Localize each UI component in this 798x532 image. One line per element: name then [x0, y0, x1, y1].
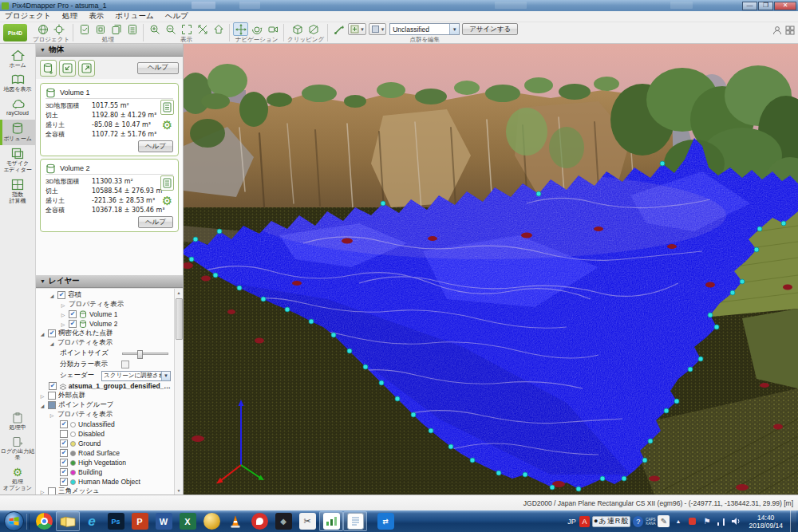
gcp-target-icon[interactable] [52, 22, 67, 36]
doc-box-icon[interactable] [93, 22, 108, 36]
checkbox[interactable] [48, 392, 56, 400]
checkbox[interactable]: ✔ [57, 291, 65, 299]
layer-row-triangle-mesh[interactable]: ▷三角メッシュ [36, 487, 173, 495]
checkbox[interactable]: ✔ [60, 478, 68, 486]
minimize-button[interactable]: — [742, 2, 757, 10]
checkbox[interactable]: ✔ [60, 468, 68, 476]
layer-row-class-unclassified[interactable]: ✔Unclassified [36, 420, 173, 429]
maximize-button[interactable]: ❐ [758, 2, 773, 10]
menu-help[interactable]: ヘルプ [165, 11, 188, 22]
taskbar-r-analytics[interactable] [319, 511, 343, 531]
taskbar-snipping-tool[interactable]: ✂ [295, 511, 319, 531]
checkbox[interactable] [48, 487, 56, 495]
layer-row-class-road[interactable]: ✔Road Surface [36, 448, 173, 458]
globe-icon[interactable] [36, 22, 51, 36]
taskbar-clock[interactable]: 14:40 2018/09/14 [744, 514, 788, 530]
taskbar-word[interactable]: W [152, 511, 176, 531]
expander-icon[interactable]: ◢ [49, 341, 55, 346]
layer-row-class-human-made[interactable]: ✔Human Made Object [36, 477, 173, 487]
scrollbar-thumb[interactable] [176, 298, 183, 340]
sidebar-item-processing-status[interactable]: 処理中 [0, 410, 35, 434]
close-button[interactable]: ✕ [774, 2, 796, 10]
layer-row-class-vegetation[interactable]: ✔High Vegetation [36, 458, 173, 467]
sidebar-item-index-calculator[interactable]: 指数 計算機 [0, 176, 35, 207]
layer-row-point-cloud-file[interactable]: ✔atsuma_1_group1_densified_point… [36, 381, 173, 391]
layer-row-class-ground[interactable]: ✔Ground [36, 439, 173, 448]
checkbox[interactable] [48, 401, 56, 409]
volume-card-1[interactable]: Volume 1 3D地形面積1017.55 m² 切土1192.80 ± 41… [40, 83, 179, 156]
layers-panel-header[interactable]: ▼ レイヤー [36, 275, 183, 288]
layer-row-volume2[interactable]: ▷✔Volume 2 [36, 319, 173, 329]
fit-view-icon[interactable] [179, 22, 194, 36]
taskbar-app-gold[interactable] [200, 511, 223, 531]
sidebar-item-raycloud[interactable]: rayCloud [0, 96, 35, 120]
layer-row-show-properties[interactable]: ◢プロパティを表示 [36, 338, 173, 348]
checkbox[interactable]: ✔ [60, 459, 68, 467]
checkbox[interactable]: ✔ [69, 310, 77, 318]
layer-row-volume1[interactable]: ▷✔Volume 1 [36, 309, 173, 319]
objects-panel-header[interactable]: ▼ 物体 [36, 44, 183, 57]
zoom-in-icon[interactable] [147, 22, 162, 36]
layer-row-class-color[interactable]: 分類カラー表示 [36, 359, 173, 370]
doc-check-icon[interactable] [77, 22, 92, 36]
ime-language[interactable]: JP [567, 516, 577, 527]
point-size-slider[interactable] [122, 353, 168, 355]
hidden-icons-arrow[interactable]: ▲ [672, 515, 684, 527]
sidebar-item-home[interactable]: ホーム [0, 47, 35, 72]
checkbox[interactable] [60, 430, 68, 438]
scroll-up-icon[interactable]: ▲ [177, 289, 181, 297]
taskbar-excel[interactable]: X [176, 511, 200, 531]
doc-copy-icon[interactable] [109, 22, 124, 36]
assign-button[interactable]: アサインする [462, 23, 518, 35]
zoom-out-icon[interactable] [163, 22, 178, 36]
layer-row-show-properties[interactable]: ▷プロパティを表示 [36, 300, 173, 309]
add-selection-button[interactable]: ▾ [348, 23, 366, 35]
checkbox[interactable]: ✔ [69, 320, 77, 328]
layer-row-point-size[interactable]: ポイントサイズ [36, 348, 173, 359]
taskbar-vlc[interactable] [223, 511, 247, 531]
home-view-icon[interactable] [211, 22, 226, 36]
show-desktop-button[interactable] [790, 510, 796, 532]
reset-view-icon[interactable] [195, 22, 210, 36]
expander-icon[interactable]: ◢ [49, 293, 55, 298]
volume-speaker-icon[interactable] [729, 515, 741, 527]
layer-row-class-disabled[interactable]: Disabled [36, 429, 173, 439]
taskbar-app-black[interactable]: ◆ [271, 511, 295, 531]
brush-icon[interactable] [331, 22, 346, 36]
copy-table-button[interactable] [160, 175, 174, 191]
layer-row-volumes[interactable]: ◢✔容積 [36, 290, 173, 300]
tray-app-red-icon[interactable] [686, 515, 698, 527]
import-volumes-button[interactable] [59, 60, 76, 77]
taskbar-teamviewer[interactable]: ⇄ [373, 511, 397, 531]
checkbox[interactable]: ✔ [60, 439, 68, 447]
start-button[interactable] [4, 511, 24, 531]
checkbox[interactable]: ✔ [60, 449, 68, 457]
slider-thumb[interactable] [137, 350, 143, 359]
classification-combo[interactable]: Unclassified ▼ [389, 23, 460, 35]
pan-tool-icon[interactable] [233, 22, 248, 36]
sidebar-item-log-output[interactable]: ログの出力結果 [0, 434, 35, 464]
sidebar-item-volumes[interactable]: ボリューム [0, 120, 35, 145]
new-volume-button[interactable] [40, 60, 57, 77]
ime-toolbar[interactable]: ●あ連R般 [592, 516, 630, 527]
layer-row-show-properties[interactable]: ▷プロパティを表示 [36, 410, 173, 420]
layer-row-class-building[interactable]: ✔Building [36, 467, 173, 477]
copy-table-button[interactable] [160, 100, 174, 115]
volume-card-2[interactable]: Volume 2 3D地形面積11300.33 m² 切土10588.54 ± … [40, 159, 179, 232]
ime-help-icon[interactable]: ? [633, 516, 643, 527]
menu-volume[interactable]: ボリューム [115, 11, 153, 22]
objects-help-button[interactable]: ヘルプ [137, 62, 179, 74]
orbit-tool-icon[interactable] [249, 22, 264, 36]
taskbar-powerpoint[interactable]: P [128, 511, 152, 531]
viewport-3d[interactable] [184, 44, 798, 495]
clip-box-icon[interactable] [290, 22, 306, 36]
checkbox[interactable]: ✔ [49, 382, 57, 390]
sidebar-item-processing-options[interactable]: ⚙ 処理 オプション [0, 464, 35, 495]
layer-row-point-groups[interactable]: ◢ポイントグループ [36, 400, 173, 410]
class-color-checkbox[interactable] [121, 361, 129, 368]
scroll-down-icon[interactable]: ▼ [177, 487, 181, 495]
menu-project[interactable]: プロジェクト [5, 11, 51, 22]
volume-help-button[interactable]: ヘルプ [138, 140, 173, 152]
user-icon[interactable] [772, 26, 782, 35]
selection-shape-button[interactable]: ▾ [369, 23, 387, 35]
